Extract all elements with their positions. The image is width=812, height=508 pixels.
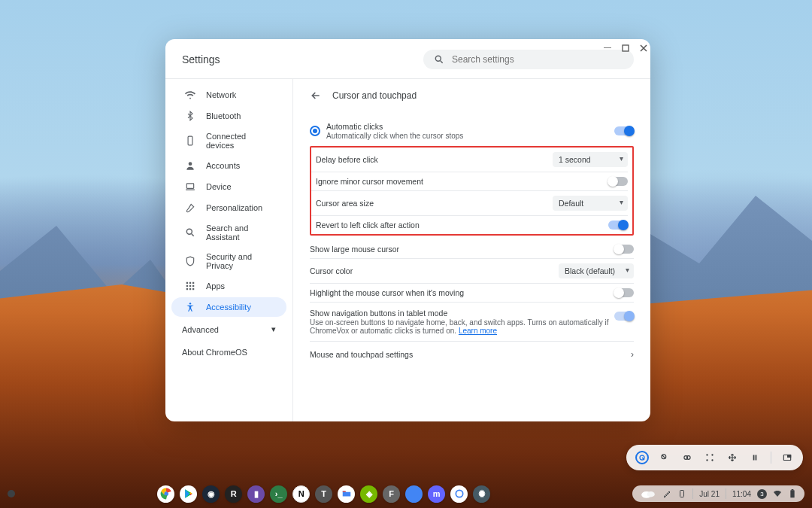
minimize-button[interactable]	[601, 42, 614, 54]
autoclick-double-icon[interactable]	[680, 451, 694, 464]
svg-rect-25	[756, 455, 757, 461]
sidebar-item-device[interactable]: Device	[171, 177, 286, 196]
setting-label: Automatic clicks Automatically click whe…	[326, 122, 614, 140]
sidebar-item-apps[interactable]: Apps	[171, 276, 286, 296]
sidebar-item-bluetooth[interactable]: Bluetooth	[171, 106, 286, 126]
app-notion-icon[interactable]: N	[292, 485, 310, 503]
svg-rect-14	[192, 288, 194, 290]
sidebar-advanced[interactable]: Advanced ▾	[165, 318, 292, 340]
search-input[interactable]	[452, 54, 623, 65]
app-mastodon-icon[interactable]: m	[428, 485, 445, 503]
svg-point-32	[647, 491, 655, 497]
app-chrome-icon[interactable]	[157, 485, 174, 503]
accessibility-icon	[185, 302, 195, 312]
app-blue-icon[interactable]	[405, 485, 423, 503]
sidebar-item-search-assistant[interactable]: Search and Assistant	[171, 219, 286, 246]
autoclick-left-icon[interactable]	[635, 451, 649, 464]
svg-rect-12	[186, 288, 188, 290]
shield-icon	[185, 256, 195, 266]
toggle-highlight-cursor[interactable]	[614, 288, 634, 297]
window-controls	[601, 42, 650, 54]
app-settings-icon[interactable]	[473, 485, 490, 503]
autoclick-scroll-icon[interactable]	[726, 451, 739, 464]
svg-rect-11	[192, 285, 194, 287]
svg-point-3	[189, 162, 192, 166]
app-t-icon[interactable]: T	[315, 485, 332, 503]
toggle-tablet-nav[interactable]	[614, 312, 634, 321]
chevron-down-icon: ▾	[271, 324, 276, 334]
toggle-ignore-movement[interactable]	[608, 177, 628, 186]
highlighted-settings-group: Delay before click 1 second Ignore minor…	[310, 146, 634, 236]
status-date: Jul 21	[699, 490, 720, 498]
maximize-button[interactable]	[620, 42, 632, 54]
toggle-automatic-clicks[interactable]	[614, 126, 634, 135]
settings-header: Settings	[165, 39, 650, 78]
setting-revert-left-click: Revert to left click after action	[311, 216, 628, 234]
sidebar-about[interactable]: About ChromeOS	[165, 340, 292, 364]
svg-rect-13	[189, 288, 191, 290]
setting-ignore-movement: Ignore minor cursor movement	[311, 172, 628, 191]
radio-on-icon	[310, 126, 320, 136]
chevron-right-icon: ›	[631, 349, 634, 360]
toggle-large-cursor[interactable]	[614, 245, 634, 254]
app-o-icon[interactable]	[450, 485, 468, 503]
select-delay[interactable]: 1 second	[553, 152, 628, 167]
toggle-revert-left-click[interactable]	[608, 221, 628, 230]
stylus-icon[interactable]	[662, 489, 671, 498]
settings-window: Settings Network Bluetooth Connected dev…	[165, 39, 650, 421]
sidebar-item-label: Connected devices	[206, 132, 273, 150]
app-steam-icon[interactable]: ◉	[202, 485, 220, 503]
svg-rect-0	[623, 45, 629, 51]
bluetooth-icon	[185, 111, 195, 121]
app-purple-icon[interactable]: ▮	[247, 485, 265, 503]
weather-icon	[640, 488, 656, 499]
select-cursor-area[interactable]: Default	[553, 196, 628, 211]
notification-badge-icon[interactable]: 3	[757, 489, 767, 499]
back-button[interactable]	[310, 90, 322, 102]
app-files-icon[interactable]	[338, 485, 355, 503]
sidebar-item-security[interactable]: Security and Privacy	[171, 248, 286, 275]
autoclick-right-icon[interactable]	[658, 451, 671, 464]
app-terminal-icon[interactable]: ›_	[270, 485, 287, 503]
content-area: Cursor and touchpad Automatic clicks Aut…	[293, 79, 650, 421]
svg-point-23	[711, 459, 713, 461]
svg-rect-9	[186, 285, 188, 287]
svg-point-22	[711, 454, 713, 455]
select-cursor-color[interactable]: Black (default)	[559, 263, 634, 278]
setting-touchpad-link[interactable]: Mouse and touchpad settings ›	[310, 342, 634, 364]
launcher-button[interactable]	[8, 490, 15, 497]
autoclick-toolbar[interactable]	[626, 445, 803, 470]
autoclick-pause-icon[interactable]	[748, 451, 762, 464]
sidebar-item-label: Personalization	[206, 203, 262, 212]
sidebar-item-label: Bluetooth	[206, 111, 241, 120]
app-f-icon[interactable]: F	[383, 485, 400, 503]
search-icon	[185, 227, 195, 238]
sidebar-item-connected-devices[interactable]: Connected devices	[171, 127, 286, 154]
sidebar-item-personalization[interactable]: Personalization	[171, 198, 286, 217]
app-r-icon[interactable]: R	[225, 485, 242, 503]
learn-more-link[interactable]: Learn more	[459, 327, 497, 335]
status-tray[interactable]: Jul 21 11:04 3	[632, 485, 804, 502]
setting-label: Show navigation buttons in tablet mode U…	[310, 309, 614, 335]
divider	[771, 452, 771, 464]
svg-rect-24	[753, 455, 755, 461]
sidebar-item-label: Search and Assistant	[206, 224, 273, 242]
autoclick-drag-icon[interactable]	[703, 451, 717, 464]
app-nvidia-icon[interactable]: ◈	[360, 485, 377, 503]
person-icon	[185, 160, 195, 171]
phone-hub-icon[interactable]	[677, 489, 686, 498]
sidebar-item-network[interactable]: Network	[171, 85, 286, 105]
divider	[726, 488, 726, 499]
sidebar-item-accessibility[interactable]: Accessibility	[171, 297, 286, 317]
close-button[interactable]	[638, 42, 650, 54]
search-icon	[434, 54, 444, 65]
sidebar-item-accounts[interactable]: Accounts	[171, 156, 286, 175]
setting-automatic-clicks: Automatic clicks Automatically click whe…	[310, 113, 634, 144]
content-header: Cursor and touchpad	[310, 85, 634, 113]
autoclick-position-icon[interactable]	[780, 451, 794, 464]
svg-point-15	[189, 303, 191, 304]
setting-highlight-cursor: Highlight the mouse cursor when it's mov…	[310, 284, 634, 303]
shelf-left	[8, 490, 15, 497]
shelf: ◉ R ▮ ›_ N T ◈ F m Jul 21 11:04 3	[0, 479, 812, 508]
app-play-icon[interactable]	[180, 485, 197, 503]
